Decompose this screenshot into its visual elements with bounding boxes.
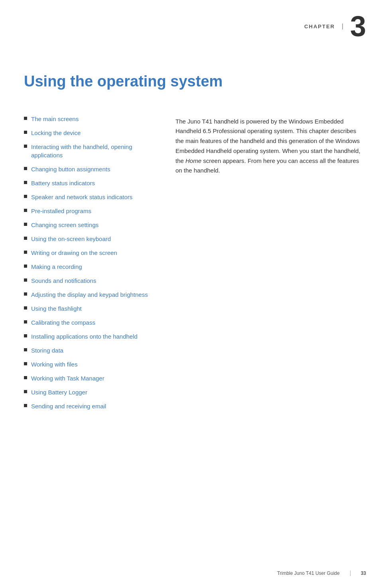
footer-divider bbox=[350, 570, 351, 576]
list-item: Interacting with the handheld, opening a… bbox=[24, 143, 160, 159]
list-item: Storing data bbox=[24, 346, 160, 355]
bullet-icon bbox=[24, 209, 27, 212]
bullet-icon bbox=[24, 237, 27, 240]
page-title-section: Using the operating system bbox=[0, 49, 390, 107]
list-item: Battery status indicators bbox=[24, 179, 160, 187]
bullet-icon bbox=[24, 306, 27, 310]
bullet-icon bbox=[24, 167, 27, 170]
list-item: Adjusting the display and keypad brightn… bbox=[24, 290, 160, 299]
list-item: Installing applications onto the handhel… bbox=[24, 332, 160, 341]
bullet-icon bbox=[24, 117, 27, 120]
chapter-number: 3 bbox=[350, 12, 366, 41]
toc-link[interactable]: Installing applications onto the handhel… bbox=[31, 332, 138, 341]
toc-link[interactable]: Writing or drawing on the screen bbox=[31, 249, 117, 257]
bullet-icon bbox=[24, 348, 27, 351]
toc-link[interactable]: Storing data bbox=[31, 346, 63, 355]
toc-link[interactable]: Sounds and notifications bbox=[31, 276, 96, 285]
bullet-icon bbox=[24, 390, 27, 393]
footer-guide-name: Trimble Juno T41 User Guide bbox=[277, 570, 340, 576]
list-item: Using Battery Logger bbox=[24, 388, 160, 396]
toc-link[interactable]: Adjusting the display and keypad brightn… bbox=[31, 290, 148, 299]
bullet-icon bbox=[24, 195, 27, 198]
list-item: Using the flashlight bbox=[24, 304, 160, 313]
bullet-icon bbox=[24, 362, 27, 365]
toc-link[interactable]: Making a recording bbox=[31, 263, 82, 271]
list-item: Making a recording bbox=[24, 263, 160, 271]
toc-link[interactable]: Speaker and network status indicators bbox=[31, 193, 132, 201]
list-item: Working with Task Manager bbox=[24, 374, 160, 382]
chapter-label: CHAPTER bbox=[304, 24, 343, 29]
bullet-icon bbox=[24, 292, 27, 296]
toc-link[interactable]: Using the on-screen keyboard bbox=[31, 235, 111, 243]
bullet-icon bbox=[24, 131, 27, 134]
toc-link[interactable]: Sending and receiving email bbox=[31, 402, 106, 410]
left-column: The main screens Locking the device Inte… bbox=[24, 115, 160, 416]
intro-text-part2: screen appears. From here you can access… bbox=[175, 157, 359, 174]
toc-link[interactable]: Pre-installed programs bbox=[31, 207, 91, 215]
toc-link[interactable]: The main screens bbox=[31, 115, 79, 123]
right-column: The Juno T41 handheld is powered by the … bbox=[175, 115, 366, 416]
toc-link[interactable]: Using Battery Logger bbox=[31, 388, 87, 396]
bullet-icon bbox=[24, 376, 27, 379]
list-item: The main screens bbox=[24, 115, 160, 123]
intro-paragraph: The Juno T41 handheld is powered by the … bbox=[175, 117, 366, 176]
page-container: CHAPTER 3 Using the operating system The… bbox=[0, 0, 390, 588]
toc-link[interactable]: Working with Task Manager bbox=[31, 374, 104, 382]
list-item: Locking the device bbox=[24, 129, 160, 137]
list-item: Speaker and network status indicators bbox=[24, 193, 160, 201]
bullet-icon bbox=[24, 334, 27, 337]
toc-link[interactable]: Changing screen settings bbox=[31, 221, 98, 229]
page-footer: Trimble Juno T41 User Guide 33 bbox=[277, 570, 366, 576]
list-item: Calibrating the compass bbox=[24, 318, 160, 327]
footer-page-number: 33 bbox=[361, 570, 366, 576]
list-item: Using the on-screen keyboard bbox=[24, 235, 160, 243]
bullet-icon bbox=[24, 181, 27, 184]
bullet-icon bbox=[24, 145, 27, 148]
bullet-icon bbox=[24, 223, 27, 226]
toc-link[interactable]: Using the flashlight bbox=[31, 304, 82, 313]
page-title: Using the operating system bbox=[24, 73, 366, 91]
bullet-icon bbox=[24, 404, 27, 407]
chapter-header: CHAPTER 3 bbox=[0, 0, 390, 49]
list-item: Changing screen settings bbox=[24, 221, 160, 229]
list-item: Pre-installed programs bbox=[24, 207, 160, 215]
toc-link[interactable]: Interacting with the handheld, opening a… bbox=[31, 143, 160, 159]
bullet-icon bbox=[24, 251, 27, 254]
bullet-icon bbox=[24, 320, 27, 323]
list-item: Working with files bbox=[24, 360, 160, 368]
list-item: Changing button assignments bbox=[24, 165, 160, 173]
toc-link[interactable]: Calibrating the compass bbox=[31, 318, 95, 327]
list-item: Sending and receiving email bbox=[24, 402, 160, 410]
list-item: Writing or drawing on the screen bbox=[24, 249, 160, 257]
bullet-icon bbox=[24, 265, 27, 268]
list-item: Sounds and notifications bbox=[24, 276, 160, 285]
bullet-icon bbox=[24, 278, 27, 282]
toc-link[interactable]: Battery status indicators bbox=[31, 179, 95, 187]
toc-link[interactable]: Working with files bbox=[31, 360, 77, 368]
toc-link[interactable]: Changing button assignments bbox=[31, 165, 110, 173]
intro-text-italic: Home bbox=[185, 157, 201, 164]
chapter-label-area: CHAPTER 3 bbox=[304, 12, 366, 41]
toc-list: The main screens Locking the device Inte… bbox=[24, 115, 160, 410]
content-area: The main screens Locking the device Inte… bbox=[0, 107, 390, 440]
toc-link[interactable]: Locking the device bbox=[31, 129, 81, 137]
